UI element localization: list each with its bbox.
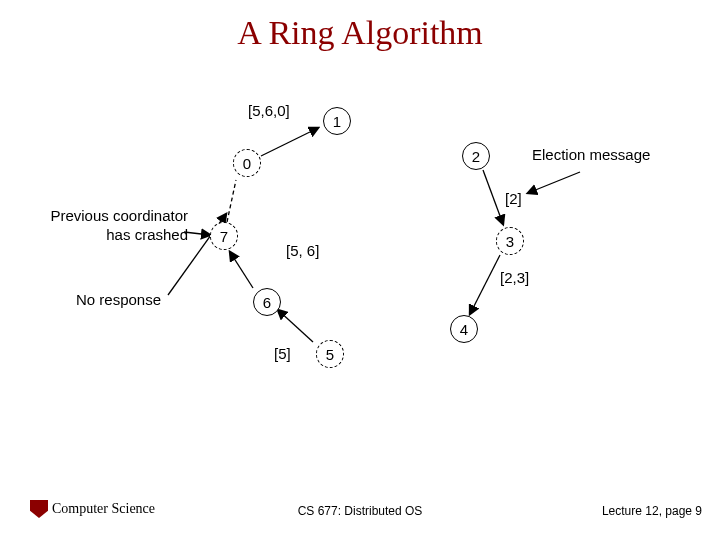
node-3: 3 [496,227,524,255]
node-0: 0 [233,149,261,177]
footer-right: Lecture 12, page 9 [602,504,702,518]
node-1: 1 [323,107,351,135]
annotation-prev-crashed-l1: Previous coordinator [50,207,188,224]
svg-line-3 [261,128,318,156]
node-5: 5 [316,340,344,368]
footer: Computer Science CS 677: Distributed OS … [0,498,720,518]
annotation-no-response: No response [76,291,161,308]
ring-diagram: 0 1 7 6 5 2 3 4 [5,6,0] [5, 6] [5] [2] [… [38,92,682,402]
annotation-election-msg: Election message [532,146,650,163]
node-7: 7 [210,222,238,250]
svg-line-4 [483,170,503,224]
edge-label-56: [5, 6] [286,242,319,259]
edge-label-560: [5,6,0] [248,102,290,119]
node-6: 6 [253,288,281,316]
annotation-prev-crashed-l2: has crashed [106,226,188,243]
page-title: A Ring Algorithm [0,14,720,52]
svg-line-5 [470,255,500,314]
edge-label-2: [2] [505,190,522,207]
edge-label-5: [5] [274,345,291,362]
node-2: 2 [462,142,490,170]
svg-line-0 [278,310,313,342]
node-4: 4 [450,315,478,343]
svg-line-1 [230,252,253,288]
edge-label-23: [2,3] [500,269,529,286]
svg-line-2 [227,180,236,222]
svg-line-8 [528,172,580,193]
annotation-prev-crashed: Previous coordinator has crashed [38,207,188,245]
diagram-arrows [38,92,682,402]
